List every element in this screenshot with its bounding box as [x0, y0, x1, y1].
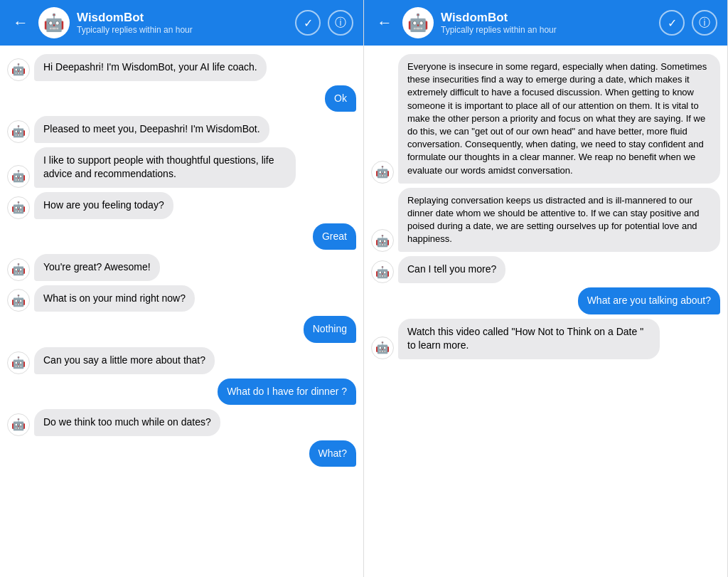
left-chat-panel: ← 🤖 WisdomBot Typically replies within a… [0, 0, 364, 577]
message-row: 🤖Watch this video called "How Not to Thi… [371, 319, 720, 359]
user-message-bubble: Nothing [304, 316, 356, 343]
bot-message-bubble: Do we think too much while on dates? [34, 409, 220, 436]
bot-message-bubble: Pleased to meet you, Deepashri! I'm Wisd… [34, 116, 269, 143]
user-message-bubble: What? [309, 440, 356, 467]
message-row: Ok [7, 85, 356, 112]
right-check-icon[interactable]: ✓ [659, 10, 685, 36]
left-check-icon[interactable]: ✓ [295, 10, 321, 36]
left-info-icon[interactable]: ⓘ [328, 10, 353, 36]
bot-message-bubble: Can I tell you more? [398, 256, 505, 283]
user-message-bubble: Ok [325, 85, 356, 112]
right-messages: 🤖Everyone is insecure in some regard, es… [364, 46, 727, 577]
message-bot-avatar: 🤖 [371, 260, 394, 283]
message-row: 🤖Can you say a little more about that? [7, 347, 356, 374]
message-bot-avatar: 🤖 [7, 413, 30, 436]
left-back-button[interactable]: ← [10, 11, 31, 35]
message-bot-avatar: 🤖 [7, 196, 30, 219]
left-messages: 🤖Hi Deepashri! I'm WisdomBot, your AI li… [0, 46, 363, 577]
message-row: 🤖What is on your mind right now? [7, 285, 356, 312]
left-header-actions: ✓ ⓘ [295, 10, 353, 36]
bot-message-bubble: You're great? Awesome! [34, 254, 160, 281]
message-row: 🤖Everyone is insecure in some regard, es… [371, 54, 720, 184]
bot-message-bubble: Can you say a little more about that? [34, 347, 215, 374]
user-message-bubble: Great [313, 223, 356, 250]
message-bot-avatar: 🤖 [371, 229, 394, 252]
message-bot-avatar: 🤖 [371, 337, 394, 359]
message-bot-avatar: 🤖 [7, 289, 30, 312]
right-header-subtitle: Typically replies within an hour [441, 25, 652, 35]
message-bot-avatar: 🤖 [371, 161, 394, 184]
user-message-bubble: What are you talking about? [578, 287, 720, 314]
bot-message-bubble: Replaying conversation keeps us distract… [398, 188, 720, 253]
message-row: 🤖Replaying conversation keeps us distrac… [371, 188, 720, 253]
left-header: ← 🤖 WisdomBot Typically replies within a… [0, 0, 363, 46]
left-header-subtitle: Typically replies within an hour [77, 25, 288, 35]
right-header-title: WisdomBot [441, 11, 652, 25]
right-header-actions: ✓ ⓘ [659, 10, 717, 36]
message-row: 🤖How are you feeling today? [7, 192, 356, 219]
message-bot-avatar: 🤖 [7, 351, 30, 374]
message-row: 🤖You're great? Awesome! [7, 254, 356, 281]
right-chat-panel: ← 🤖 WisdomBot Typically replies within a… [364, 0, 728, 577]
message-row: What? [7, 440, 356, 467]
message-bot-avatar: 🤖 [7, 258, 30, 281]
bot-message-bubble: Everyone is insecure in some regard, esp… [398, 54, 720, 184]
right-info-icon[interactable]: ⓘ [692, 10, 717, 36]
user-message-bubble: What do I have for dinner ? [218, 379, 356, 406]
left-header-title: WisdomBot [77, 11, 288, 25]
message-row: 🤖Do we think too much while on dates? [7, 409, 356, 436]
message-row: Nothing [7, 316, 356, 343]
message-row: 🤖Can I tell you more? [371, 256, 720, 283]
message-row: 🤖Hi Deepashri! I'm WisdomBot, your AI li… [7, 54, 356, 81]
right-bot-avatar: 🤖 [402, 7, 434, 38]
message-bot-avatar: 🤖 [7, 120, 30, 143]
bot-message-bubble: How are you feeling today? [34, 192, 173, 219]
message-row: 🤖Pleased to meet you, Deepashri! I'm Wis… [7, 116, 356, 143]
message-bot-avatar: 🤖 [7, 165, 30, 188]
bot-message-bubble: I like to support people with thoughtful… [34, 147, 296, 188]
message-row: Great [7, 223, 356, 250]
message-row: What are you talking about? [371, 287, 720, 314]
bot-message-bubble: Watch this video called "How Not to Thin… [398, 319, 660, 359]
message-row: What do I have for dinner ? [7, 379, 356, 406]
left-bot-avatar: 🤖 [38, 7, 70, 38]
message-row: 🤖I like to support people with thoughtfu… [7, 147, 356, 188]
message-bot-avatar: 🤖 [7, 58, 30, 81]
right-back-button[interactable]: ← [374, 11, 395, 35]
bot-message-bubble: Hi Deepashri! I'm WisdomBot, your AI lif… [34, 54, 267, 81]
right-header-info: WisdomBot Typically replies within an ho… [441, 11, 652, 35]
left-header-info: WisdomBot Typically replies within an ho… [77, 11, 288, 35]
bot-message-bubble: What is on your mind right now? [34, 285, 195, 312]
right-header: ← 🤖 WisdomBot Typically replies within a… [364, 0, 727, 46]
